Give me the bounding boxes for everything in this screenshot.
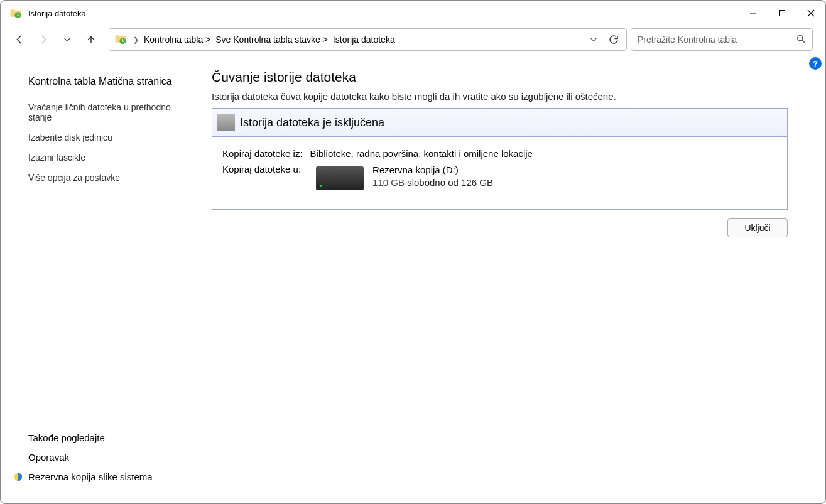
status-banner: Istorija datoteka je isključena: [212, 108, 788, 137]
main-panel: ? Čuvanje istorije datoteka Istorija dat…: [189, 57, 825, 503]
titlebar: Istorija datoteka: [1, 1, 825, 26]
file-history-icon: [9, 7, 22, 19]
close-button[interactable]: [796, 1, 825, 26]
details-box: Kopiraj datoteke iz: Biblioteke, radna p…: [212, 137, 788, 210]
minimize-button[interactable]: [739, 1, 768, 26]
sidebar-link-restore[interactable]: Vraćanje ličnih datoteka u prethodno sta…: [28, 102, 177, 122]
drive-icon: [316, 166, 364, 190]
breadcrumb-item[interactable]: Kontrolna tabla >: [144, 35, 210, 45]
sidebar-link-advanced[interactable]: Više opcija za postavke: [28, 173, 177, 183]
seealso-system-image-label: Rezervna kopija slike sistema: [28, 471, 153, 482]
search-box[interactable]: [631, 28, 813, 51]
sidebar-link-exclude[interactable]: Izuzmi fascikle: [28, 153, 177, 163]
forward-button[interactable]: [37, 33, 50, 46]
address-dropdown[interactable]: [586, 32, 601, 47]
address-bar[interactable]: ❯ Kontrolna tabla > Sve Kontrolna tabla …: [109, 28, 627, 51]
shield-icon: [13, 472, 23, 482]
window-title: Istorija datoteka: [28, 9, 86, 18]
search-input[interactable]: [638, 35, 791, 45]
breadcrumb-item[interactable]: Sve Kontrolna tabla stavke >: [215, 35, 328, 45]
address-icon: [114, 33, 128, 46]
sidebar-home-link[interactable]: Kontrolna tabla Matična stranica: [28, 76, 177, 87]
status-off-icon: [217, 114, 235, 131]
status-text: Istorija datoteka je isključena: [240, 116, 384, 129]
up-button[interactable]: [85, 33, 97, 46]
breadcrumb-item[interactable]: Istorija datoteka: [333, 35, 395, 45]
svg-rect-2: [780, 11, 785, 16]
drive-free: 110 GB: [372, 177, 405, 188]
seealso-system-image[interactable]: Rezervna kopija slike sistema: [28, 471, 177, 482]
copy-from-label: Kopiraj datoteke iz:: [222, 148, 303, 159]
copy-from-value: Biblioteke, radna površina, kontakti i o…: [310, 148, 533, 159]
svg-line-7: [802, 40, 805, 43]
back-button[interactable]: [13, 33, 26, 46]
drive-name: Rezervna kopija (D:): [372, 164, 493, 176]
sidebar-link-select-drive[interactable]: Izaberite disk jedinicu: [28, 132, 177, 142]
turn-on-button[interactable]: Uključi: [727, 218, 788, 237]
help-icon[interactable]: ?: [809, 57, 822, 70]
svg-point-6: [798, 35, 803, 40]
navigation-row: ❯ Kontrolna tabla > Sve Kontrolna tabla …: [1, 26, 825, 57]
window-controls: [739, 1, 825, 26]
seealso-recovery[interactable]: Oporavak: [28, 452, 177, 463]
search-icon[interactable]: [796, 34, 806, 46]
drive-free-suffix: slobodno od 126 GB: [405, 177, 493, 188]
copy-to-label: Kopiraj datoteke u:: [222, 164, 301, 174]
seealso-heading: Takođe pogledajte: [28, 432, 177, 443]
page-heading: Čuvanje istorije datoteka: [212, 70, 788, 85]
sidebar: Kontrolna tabla Matična stranica Vraćanj…: [1, 57, 189, 503]
recent-dropdown[interactable]: [61, 33, 73, 46]
page-subtitle: Istorija datoteka čuva kopije datoteka k…: [212, 91, 788, 102]
maximize-button[interactable]: [768, 1, 796, 26]
chevron-right-icon: ❯: [133, 36, 139, 44]
refresh-button[interactable]: [606, 32, 621, 47]
